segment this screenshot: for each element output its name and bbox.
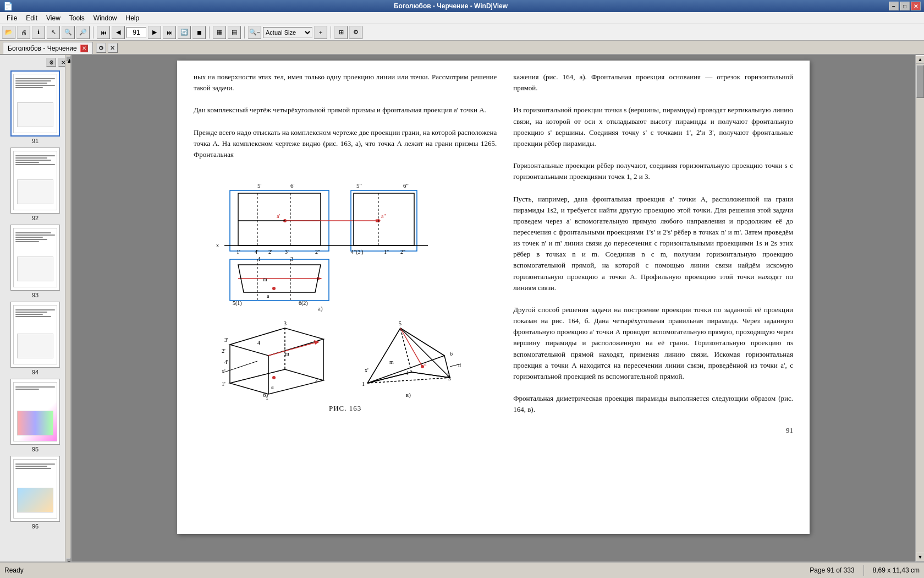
- svg-text:5': 5': [257, 182, 262, 189]
- left-para-2: Дан комплексный чертёж четырёхугольной п…: [194, 105, 497, 116]
- thumbnail-image-92: [10, 148, 60, 214]
- status-dimensions: 8,69 x 11,43 cm: [873, 566, 920, 574]
- svg-text:6(2): 6(2): [299, 300, 308, 307]
- thumbnail-95[interactable]: 95: [10, 379, 60, 452]
- toolbar-layout-1-button[interactable]: ▦: [213, 26, 226, 39]
- svg-text:a: a: [424, 361, 427, 367]
- left-para-3: Прежде всего надо отыскать на комплексно…: [194, 127, 497, 160]
- svg-text:3': 3': [285, 249, 289, 255]
- toolbar-zoom-in-button[interactable]: 🔍: [62, 26, 75, 39]
- sidebar-scroll-up[interactable]: ▲: [66, 56, 70, 61]
- sidebar: ⚙ ✕ 91: [0, 55, 72, 561]
- toolbar-print-button[interactable]: 🖨: [17, 26, 30, 39]
- thumbnail-91[interactable]: 91: [10, 70, 60, 144]
- thumbnail-image-93: [10, 225, 60, 291]
- figure-caption: РИС. 163: [329, 403, 361, 414]
- toolbar-info-button[interactable]: ℹ: [32, 26, 45, 39]
- svg-text:3: 3: [284, 320, 287, 326]
- svg-text:6: 6: [450, 351, 453, 357]
- scroll-up-button[interactable]: ▲: [916, 55, 924, 64]
- svg-text:2": 2": [400, 249, 405, 255]
- toolbar-stop-button[interactable]: ⏹: [193, 26, 206, 39]
- content-area[interactable]: ных на поверхности этих тел, имея только…: [72, 55, 915, 561]
- thumbnail-label-93: 93: [32, 292, 38, 298]
- svg-text:2": 2": [315, 249, 320, 255]
- svg-text:4': 4': [255, 249, 258, 255]
- toolbar-refresh-button[interactable]: 🔄: [178, 26, 191, 39]
- right-scrollbar: ▲ ▼: [915, 55, 924, 561]
- figure-163: 5' 6' 5" 6" a': [194, 168, 497, 414]
- zoom-select[interactable]: Actual Size Fit Page Fit Width 50% 75% 1…: [263, 27, 312, 38]
- toolbar-search-button[interactable]: 🔎: [76, 26, 90, 39]
- svg-text:2: 2: [447, 372, 450, 378]
- menu-edit[interactable]: Edit: [21, 13, 42, 23]
- thumbnail-image-94: [10, 302, 60, 368]
- thumbnail-image-96: [10, 456, 60, 522]
- titlebar-icon: 📄: [3, 2, 13, 10]
- toolbar-nav-first-button[interactable]: ⏮: [97, 26, 110, 39]
- svg-text:1': 1': [237, 249, 240, 255]
- menu-view[interactable]: View: [42, 13, 65, 23]
- titlebar-title: Боголюбов - Черчение - WinDjView: [394, 2, 508, 10]
- svg-text:4"(3'): 4"(3'): [351, 249, 364, 255]
- toolbar-nav-next-button[interactable]: ▶: [148, 26, 161, 39]
- toolbar-open-button[interactable]: 📂: [2, 26, 15, 39]
- maximize-button[interactable]: □: [900, 2, 910, 10]
- svg-text:x': x': [222, 368, 226, 374]
- toolbar-snap-button[interactable]: ⊞: [334, 26, 348, 39]
- toolbar-nav-prev-button[interactable]: ◀: [112, 26, 125, 39]
- toolbar-zoom-in2-button[interactable]: +: [314, 26, 327, 39]
- tab-x-button[interactable]: ✕: [108, 43, 118, 53]
- svg-text:5": 5": [356, 182, 362, 189]
- toolbar-nav-last-button[interactable]: ⏭: [163, 26, 176, 39]
- menu-file[interactable]: File: [2, 13, 21, 23]
- svg-text:1': 1': [222, 381, 226, 387]
- page-number-input[interactable]: 91: [127, 27, 146, 38]
- scroll-track[interactable]: [916, 64, 924, 553]
- toolbar-cursor-button[interactable]: ↖: [47, 26, 60, 39]
- toolbar-layout-2-button[interactable]: ▤: [228, 26, 241, 39]
- menu-tools[interactable]: Tools: [65, 13, 89, 23]
- sidebar-gear-button[interactable]: ⚙: [46, 58, 56, 67]
- thumbnail-92[interactable]: 92: [10, 148, 60, 221]
- right-para-6: Фронтальная диметрическая проекция пирам…: [513, 393, 793, 415]
- minimize-button[interactable]: −: [889, 2, 899, 10]
- toolbar-separator-2: [209, 26, 210, 39]
- titlebar-controls: − □ ✕: [889, 2, 921, 10]
- statusbar-right: Page 91 of 333 8,69 x 11,43 cm: [810, 565, 920, 576]
- thumbnail-93[interactable]: 93: [10, 225, 60, 298]
- right-para-4: Пусть, например, дана фронтальная проекц…: [513, 194, 793, 293]
- left-column: ных на поверхности этих тел, имея только…: [194, 72, 497, 419]
- svg-text:x': x': [365, 367, 369, 373]
- menu-window[interactable]: Window: [89, 13, 122, 23]
- svg-text:2': 2': [268, 249, 272, 255]
- svg-text:а): а): [318, 305, 323, 312]
- svg-text:6": 6": [403, 182, 409, 189]
- thumbnail-image-91: [10, 70, 60, 137]
- main-layout: ⚙ ✕ 91: [0, 55, 924, 561]
- right-para-3: Горизонтальные проекции рёбер получают, …: [513, 160, 793, 182]
- svg-text:4': 4': [224, 359, 228, 365]
- toolbar-separator-1: [93, 26, 94, 39]
- close-button[interactable]: ✕: [911, 2, 921, 10]
- document-tab[interactable]: Боголюбов - Черчение ✕: [3, 42, 93, 54]
- svg-text:5: 5: [399, 320, 402, 326]
- svg-point-58: [272, 376, 276, 379]
- toolbar-options-button[interactable]: ⚙: [349, 26, 362, 39]
- thumbnail-94[interactable]: 94: [10, 302, 60, 375]
- thumbnail-96[interactable]: 96: [10, 456, 60, 530]
- menu-help[interactable]: Help: [122, 13, 144, 23]
- svg-text:m: m: [263, 276, 267, 282]
- tab-close-button[interactable]: ✕: [80, 45, 88, 52]
- svg-text:x: x: [216, 242, 219, 248]
- toolbar-zoom-out-button[interactable]: 🔍−: [248, 26, 261, 39]
- sidebar-scroll-down[interactable]: ▼: [66, 558, 70, 561]
- page-content: ных на поверхности этих тел, имея только…: [194, 72, 793, 419]
- svg-text:2': 2': [222, 348, 226, 354]
- svg-text:a": a": [381, 213, 386, 219]
- tab-label: Боголюбов - Черчение: [8, 45, 77, 52]
- tab-gear-button[interactable]: ⚙: [96, 43, 106, 53]
- left-para-1: ных на поверхности этих тел, имея только…: [194, 72, 497, 94]
- scroll-down-button[interactable]: ▼: [916, 553, 924, 561]
- scroll-thumb[interactable]: [916, 65, 924, 98]
